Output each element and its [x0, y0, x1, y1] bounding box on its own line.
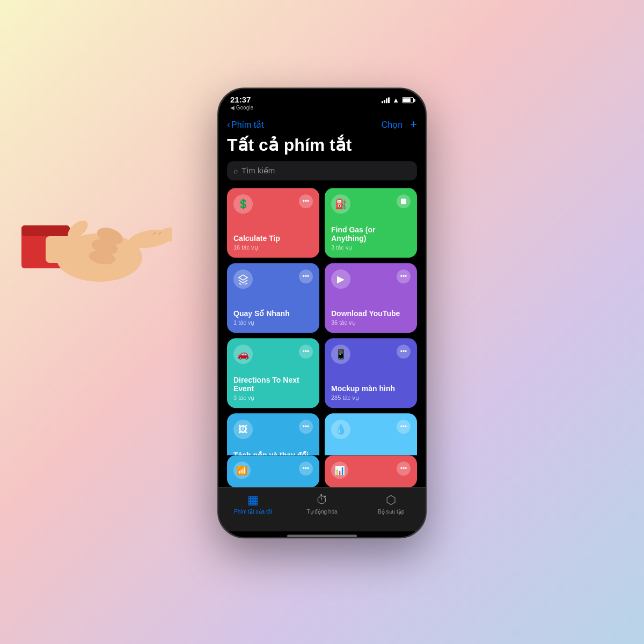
shortcut-card-tach-nen[interactable]: 🖼 ••• Tách nền và thay đổi nền 12 tác vụ	[227, 413, 319, 455]
shortcut-card-directions[interactable]: 🚗 ••• Directions To Next Event 3 tác vụ	[227, 338, 319, 408]
card-top: 🖼 •••	[233, 420, 313, 439]
card-more-button[interactable]: •••	[299, 462, 313, 475]
notch	[290, 95, 354, 110]
search-bar[interactable]: ⌕ Tìm kiếm	[227, 161, 417, 180]
card-subtitle: 16 tác vụ	[233, 244, 313, 251]
back-button[interactable]: ‹ Phím tắt	[227, 119, 264, 130]
status-icons: ▲	[382, 95, 414, 104]
nav-bar: ‹ Phím tắt Chọn +	[227, 115, 417, 136]
card-subtitle: 285 tác vụ	[331, 394, 411, 401]
tab-my-shortcuts[interactable]: ▦ Phím tắt của tôi	[218, 493, 288, 515]
signal-bar-4	[388, 97, 390, 103]
shortcut-card-quay-so-nhanh[interactable]: ••• Quay Số Nhanh 1 tác vụ	[227, 263, 319, 333]
svg-rect-1	[21, 225, 70, 236]
status-time: 21:37	[230, 95, 253, 104]
card-icon-car: 🚗	[233, 345, 253, 364]
partial-card-sound[interactable]: 📊 •••	[325, 455, 417, 487]
tab-gallery-label: Bộ sưu tập	[378, 509, 404, 515]
card-bottom: Download YouTube 36 tác vụ	[331, 310, 411, 327]
card-icon-money: 💲	[233, 194, 253, 214]
content-area: ‹ Phím tắt Chọn + Tất cả phím tắt ⌕ Tìm	[218, 115, 426, 487]
signal-bar-3	[386, 98, 387, 103]
card-more-button[interactable]: •••	[397, 420, 411, 434]
tab-shortcuts-label: Phím tắt của tôi	[234, 509, 272, 515]
tab-automation[interactable]: ⏱ Tự động hóa	[288, 493, 357, 515]
tab-gallery[interactable]: ⬡ Bộ sưu tập	[356, 493, 426, 515]
card-icon-gas: ⛽	[331, 194, 350, 214]
card-top: 📱 •••	[331, 345, 411, 364]
card-stop-button[interactable]	[397, 194, 411, 208]
status-left: 21:37 ◀ Google	[230, 95, 253, 111]
add-button[interactable]: +	[410, 118, 417, 131]
nav-actions: Chọn +	[382, 118, 417, 131]
card-top: 💧 •••	[331, 420, 411, 439]
side-button-power	[426, 207, 427, 255]
card-top: 🚗 •••	[233, 345, 313, 364]
signal-bar-2	[384, 100, 385, 103]
back-chevron-icon: ‹	[227, 119, 230, 130]
shortcut-card-mockup[interactable]: 📱 ••• Mockup màn hình 285 tác vụ	[325, 338, 417, 408]
card-top: ▶ •••	[331, 269, 411, 289]
search-placeholder: Tìm kiếm	[241, 166, 275, 175]
card-more-button[interactable]: •••	[299, 420, 313, 434]
card-icon-phone: 📱	[331, 345, 350, 364]
tab-automation-icon: ⏱	[316, 493, 328, 507]
shortcuts-grid: 💲 ••• Calculate Tip 16 tác vụ ⛽	[227, 188, 417, 455]
card-bottom: Quay Số Nhanh 1 tác vụ	[233, 310, 313, 327]
status-provider: ◀ Google	[230, 105, 253, 111]
card-more-button[interactable]: •••	[397, 345, 411, 358]
card-title: Directions To Next Event	[233, 376, 313, 394]
card-title: Tách nền và thay đổi nền	[233, 451, 313, 455]
card-subtitle: 3 tác vụ	[233, 394, 313, 401]
phone-screen: 21:37 ◀ Google ▲	[218, 89, 426, 537]
card-bottom: Mockup màn hình 285 tác vụ	[331, 385, 411, 402]
page-title: Tất cả phím tắt	[227, 136, 417, 155]
tab-gallery-icon: ⬡	[386, 493, 396, 507]
card-more-button[interactable]: •••	[397, 269, 411, 283]
phone-frame: 21:37 ◀ Google ▲	[217, 87, 427, 538]
card-more-button[interactable]: •••	[299, 345, 313, 358]
shortcut-card-find-gas[interactable]: ⛽ Find Gas (or Anything) 3 tác vụ	[325, 188, 417, 258]
tab-bar: ▦ Phím tắt của tôi ⏱ Tự động hóa ⬡ Bộ sư…	[218, 487, 426, 531]
search-icon: ⌕	[233, 166, 238, 175]
card-title: Download YouTube	[331, 310, 411, 319]
hand-illustration	[21, 182, 172, 290]
phone: 21:37 ◀ Google ▲	[217, 87, 427, 538]
card-more-button[interactable]: •••	[299, 194, 313, 208]
scene: 21:37 ◀ Google ▲	[0, 0, 644, 644]
signal-bar-1	[382, 101, 383, 103]
stop-square-icon	[401, 199, 406, 204]
card-subtitle: 1 tác vụ	[233, 319, 313, 326]
card-subtitle: 36 tác vụ	[331, 319, 411, 326]
back-label: Phím tắt	[231, 120, 264, 130]
card-subtitle: 3 tác vụ	[331, 244, 411, 251]
card-more-button[interactable]: •••	[397, 462, 411, 475]
tab-automation-label: Tự động hóa	[306, 509, 337, 515]
signal-bars	[382, 97, 390, 103]
card-icon-wifi: 📶	[233, 462, 251, 479]
card-title: Find Gas (or Anything)	[331, 225, 411, 244]
tab-shortcuts-icon: ▦	[247, 493, 259, 507]
card-icon-water: 💧	[331, 420, 350, 439]
card-title: Calculate Tip	[233, 235, 313, 244]
card-title: Quay Số Nhanh	[233, 310, 313, 319]
shortcut-card-thoi-nuoc[interactable]: 💧 ••• Thổi nước khỏi loa 43 tác vụ	[325, 413, 417, 455]
partial-card-wifi[interactable]: 📶 •••	[227, 455, 319, 487]
card-bottom: Calculate Tip 16 tác vụ	[233, 235, 313, 252]
choose-button[interactable]: Chọn	[382, 120, 402, 130]
card-icon-layers	[233, 269, 253, 289]
partial-row: 📶 ••• 📊 •••	[227, 455, 417, 487]
card-icon-sound: 📊	[331, 462, 348, 479]
card-more-button[interactable]: •••	[299, 269, 313, 283]
battery-icon	[402, 97, 414, 103]
card-bottom: Directions To Next Event 3 tác vụ	[233, 376, 313, 402]
card-top: 💲 •••	[233, 194, 313, 214]
card-top: •••	[233, 269, 313, 289]
card-bottom: Tách nền và thay đổi nền 12 tác vụ	[233, 451, 313, 455]
card-top: ⛽	[331, 194, 411, 214]
shortcut-card-calculate-tip[interactable]: 💲 ••• Calculate Tip 16 tác vụ	[227, 188, 319, 258]
battery-fill	[403, 98, 411, 102]
shortcut-card-download-youtube[interactable]: ▶ ••• Download YouTube 36 tác vụ	[325, 263, 417, 333]
card-bottom: Find Gas (or Anything) 3 tác vụ	[331, 225, 411, 252]
home-indicator	[287, 535, 357, 537]
